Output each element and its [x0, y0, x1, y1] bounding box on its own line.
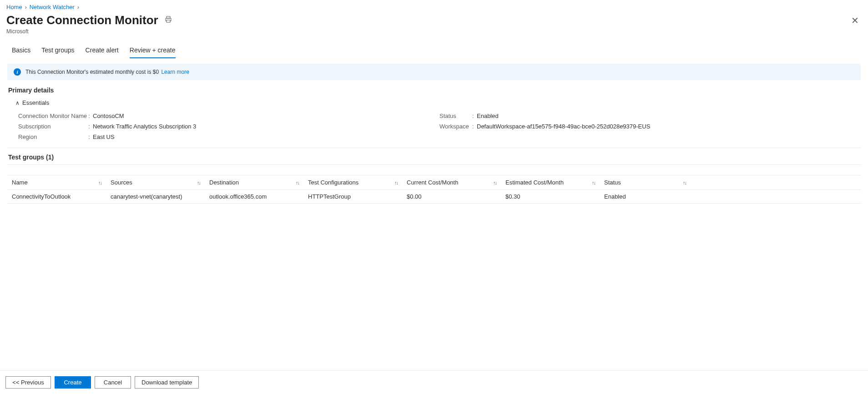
tab-test-groups[interactable]: Test groups: [41, 44, 74, 58]
cancel-button[interactable]: Cancel: [95, 376, 131, 389]
workspace-value: DefaultWorkspace-af15e575-f948-49ac-bce0…: [477, 123, 650, 130]
tab-basics[interactable]: Basics: [12, 44, 30, 58]
subscription-label: Subscription: [18, 123, 88, 130]
learn-more-link[interactable]: Learn more: [161, 69, 189, 75]
cm-name-label: Connection Monitor Name: [18, 113, 88, 119]
breadcrumb-home[interactable]: Home: [6, 4, 22, 10]
workspace-label: Workspace: [439, 123, 472, 130]
col-header-sources[interactable]: Sources ↑↓: [106, 179, 205, 186]
cell-test-configurations: HTTPTestGroup: [303, 193, 402, 200]
essentials-details: Connection Monitor Name : ContosoCM Subs…: [7, 111, 861, 146]
table-row[interactable]: ConnectivityToOutlook canarytest-vnet(ca…: [7, 190, 861, 204]
col-header-destination[interactable]: Destination ↑↓: [205, 179, 303, 186]
status-value: Enabled: [477, 113, 499, 119]
tabs: Basics Test groups Create alert Review +…: [0, 39, 868, 58]
page-title: Create Connection Monitor: [6, 13, 158, 27]
col-header-test-configurations[interactable]: Test Configurations ↑↓: [303, 179, 402, 186]
divider: [7, 148, 861, 148]
sort-icon: ↑↓: [98, 180, 101, 185]
subscription-value: Network Traffic Analytics Subscription 3: [93, 123, 196, 130]
info-icon: i: [14, 68, 21, 76]
previous-button[interactable]: << Previous: [5, 376, 51, 389]
test-groups-header: Test groups (1): [7, 150, 861, 165]
col-header-status[interactable]: Status ↑↓: [600, 179, 691, 186]
print-icon[interactable]: [165, 16, 172, 25]
cell-name: ConnectivityToOutlook: [7, 193, 106, 200]
download-template-button[interactable]: Download template: [135, 376, 199, 389]
cell-status: Enabled: [600, 193, 691, 200]
chevron-right-icon: ›: [25, 4, 27, 10]
svg-rect-0: [167, 16, 170, 18]
info-banner-text: This Connection Monitor's estimated mont…: [25, 69, 159, 75]
breadcrumb-network-watcher[interactable]: Network Watcher: [30, 4, 75, 10]
close-icon[interactable]: ✕: [848, 15, 862, 26]
cell-sources: canarytest-vnet(canarytest): [106, 193, 205, 200]
col-header-estimated-cost[interactable]: Estimated Cost/Month ↑↓: [501, 179, 600, 186]
info-banner: i This Connection Monitor's estimated mo…: [7, 64, 861, 80]
region-value: East US: [93, 133, 115, 140]
tab-review-create[interactable]: Review + create: [130, 44, 176, 58]
essentials-label: Essentials: [22, 99, 49, 106]
tab-create-alert[interactable]: Create alert: [86, 44, 119, 58]
cm-name-value: ContosoCM: [93, 113, 124, 119]
sort-icon: ↑↓: [683, 180, 686, 185]
sort-icon: ↑↓: [592, 180, 595, 185]
breadcrumb: Home › Network Watcher ›: [0, 0, 868, 13]
region-label: Region: [18, 133, 88, 140]
status-label: Status: [439, 113, 472, 119]
essentials-toggle[interactable]: ∧ Essentials: [7, 97, 861, 111]
chevron-up-icon: ∧: [15, 100, 20, 106]
primary-details-header: Primary details: [7, 80, 861, 97]
sort-icon: ↑↓: [197, 180, 200, 185]
cell-estimated-cost: $0.30: [501, 193, 600, 200]
cell-destination: outlook.office365.com: [205, 193, 303, 200]
sort-icon: ↑↓: [296, 180, 299, 185]
test-groups-table: Name ↑↓ Sources ↑↓ Destination ↑↓ Test C…: [7, 175, 861, 204]
svg-rect-1: [167, 20, 170, 22]
col-header-name[interactable]: Name ↑↓: [7, 179, 106, 186]
sort-icon: ↑↓: [394, 180, 398, 185]
col-header-current-cost[interactable]: Current Cost/Month ↑↓: [402, 179, 501, 186]
chevron-right-icon: ›: [77, 4, 79, 10]
sort-icon: ↑↓: [493, 180, 496, 185]
page-header: Create Connection Monitor ✕: [0, 13, 868, 27]
footer: << Previous Create Cancel Download templ…: [0, 370, 868, 394]
page-subtitle: Microsoft: [0, 27, 868, 39]
cell-current-cost: $0.00: [402, 193, 501, 200]
create-button[interactable]: Create: [55, 376, 91, 389]
